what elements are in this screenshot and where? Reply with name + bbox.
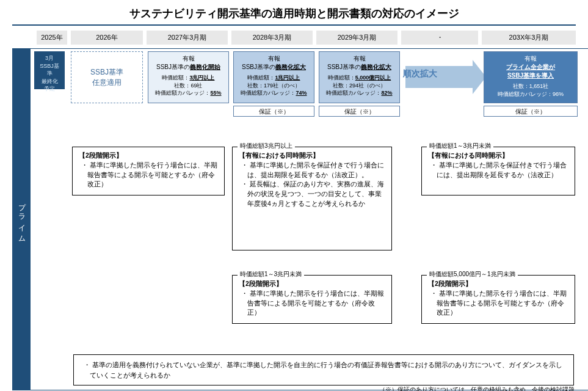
guidance-bottom: ・ 基準の適用を義務付けられていない企業が、基準に準拠した開示を自主的に行う場合… (73, 354, 574, 386)
guide-box-5: 時価総額5,000億円～1兆円未満 【2段階開示】 ・ 基準に準拠した開示を行う… (421, 275, 575, 324)
p29-sub: SSBJ基準の義務化拡大 (327, 64, 391, 70)
g4-title: 【2段階開示】 (239, 279, 385, 289)
g3-hdr: 時価総額1～3兆円未満 (427, 141, 493, 150)
px-sub2: SSBJ基準を導入 (488, 71, 573, 80)
g4-b1: ・ 基準に準拠した開示を行う場合には、半期報告書等による開示を可能とするか（府令… (239, 289, 385, 318)
guide-box-2: 時価総額3兆円以上 【有報における同時開示】 ・ 基準に準拠した開示を保証付きで… (232, 147, 392, 250)
p28-s1: 時価総額：1兆円以上 (238, 74, 310, 82)
timeline-header: 2025年 2026年 2027年3月期 2028年3月期 2029年3月期 ・… (37, 31, 588, 45)
p29-s1: 時価総額：5,000億円以上 (323, 74, 396, 82)
th-2026: 2026年 (71, 31, 143, 45)
g5-title: 【2段階開示】 (428, 279, 568, 289)
box-2026-voluntary: SSBJ基準 任意適用 (71, 51, 143, 103)
th-dot: ・ (401, 31, 478, 45)
box2025-l1: SSBJ基準 (38, 62, 60, 78)
guide-box-1: 【2段階開示】 ・ 基準に準拠した開示を行う場合には、半期報告書等による開示を可… (72, 147, 225, 196)
g5-b1: ・ 基準に準拠した開示を行う場合には、半期報告書等による開示を可能とするか（府令… (428, 289, 568, 318)
box2025-l2: 最終化 (38, 78, 60, 86)
g3-b1: ・ 基準に準拠した開示を保証付きで行う場合には、提出期限を延長するか（法改正） (428, 161, 568, 180)
px-s3: 時価総額カバレッジ：96% (488, 90, 573, 98)
phase-2029: 有報 SSBJ基準の義務化拡大 時価総額：5,000億円以上 社数：294社（の… (319, 51, 400, 103)
main-grid: 3月 SSBJ基準 最終化 予定 SSBJ基準 任意適用 有報 SSBJ基準の義… (31, 48, 588, 390)
px-s2: 社数：1,651社 (488, 82, 573, 90)
th-2029: 2029年3月期 (316, 31, 397, 45)
box2026-text: SSBJ基準 任意適用 (90, 67, 123, 88)
expand-label: 順次拡大 (403, 68, 437, 79)
p27-sub: SSBJ基準の義務化開始 (156, 64, 220, 70)
assurance-2028: 保証（※） (233, 106, 314, 117)
g2-title: 【有報における同時開示】 (239, 151, 385, 161)
p28-sub: SSBJ基準の義務化拡大 (242, 64, 306, 70)
assurance-203x: 保証（※） (484, 106, 578, 117)
guide-box-3: 時価総額1～3兆円未満 【有報における同時開示】 ・ 基準に準拠した開示を保証付… (421, 147, 575, 196)
g2-hdr: 時価総額3兆円以上 (238, 141, 295, 150)
side-label-prime: プライム (12, 48, 31, 390)
top-row: 3月 SSBJ基準 最終化 予定 SSBJ基準 任意適用 有報 SSBJ基準の義… (31, 49, 588, 128)
p27-s1: 時価総額：3兆円以上 (152, 74, 225, 82)
g2-b1: ・ 基準に準拠した開示を保証付きで行う場合には、提出期限を延長するか（法改正）。 (239, 161, 385, 180)
guide-box-4: 時価総額1～3兆円未満 【2段階開示】 ・ 基準に準拠した開示を行う場合には、半… (232, 275, 392, 324)
box2025-l3: 予定 (38, 85, 60, 93)
p29-s2: 社数：294社（のべ） (323, 82, 396, 90)
g1-b1: ・ 基準に準拠した開示を行う場合には、半期報告書等による開示を可能とするか（府令… (79, 161, 218, 189)
p27-top: 有報 (152, 54, 225, 63)
p27-s2: 社数：69社 (152, 82, 225, 90)
p28-s2: 社数：179社（のべ） (238, 82, 310, 90)
g2-b2: ・ 延長幅は、保証のあり方や、実務の進展、海外の状況を見つつ、一つの目安として、… (239, 180, 385, 208)
box2025-month: 3月 (38, 54, 60, 62)
p27-s3: 時価総額カバレッジ：55% (152, 89, 225, 97)
phase-2028: 有報 SSBJ基準の義務化拡大 時価総額：1兆円以上 社数：179社（のべ） 時… (233, 51, 314, 103)
px-sub1: プライム全企業が (488, 63, 573, 71)
assurance-2029: 保証（※） (319, 106, 400, 117)
phase-203x: 有報 プライム全企業が SSBJ基準を導入 社数：1,651社 時価総額カバレッ… (484, 51, 578, 103)
g4-hdr: 時価総額1～3兆円未満 (238, 269, 304, 279)
th-2027: 2027年3月期 (147, 31, 228, 45)
page-title: サステナビリティ開示基準の適用時期と開示書類の対応のイメージ (0, 0, 588, 24)
guidance-text: ・ 基準の適用を義務付けられていない企業が、基準に準拠した開示を自主的に行う場合… (81, 360, 566, 380)
phase-2027: 有報 SSBJ基準の義務化開始 時価総額：3兆円以上 社数：69社 時価総額カバ… (148, 51, 229, 103)
th-203x: 203X年3月期 (482, 31, 576, 45)
g3-title: 【有報における同時開示】 (428, 151, 568, 161)
p28-s3: 時価総額カバレッジ：74% (238, 89, 310, 97)
p28-top: 有報 (238, 54, 310, 63)
th-2025: 2025年 (37, 31, 67, 45)
p29-top: 有報 (323, 54, 396, 63)
g1-title: 【2段階開示】 (79, 151, 218, 161)
p29-s3: 時価総額カバレッジ：82% (323, 89, 396, 97)
g5-hdr: 時価総額5,000億円～1兆円未満 (427, 269, 518, 279)
th-2028: 2028年3月期 (231, 31, 313, 45)
box-2025-ssbj-final: 3月 SSBJ基準 最終化 予定 (34, 51, 65, 89)
px-top: 有報 (488, 54, 573, 63)
footnote: （※）保証のあり方については、任意の枠組みも含め、今後の検討課題 (379, 386, 575, 391)
title-underline (12, 24, 576, 26)
